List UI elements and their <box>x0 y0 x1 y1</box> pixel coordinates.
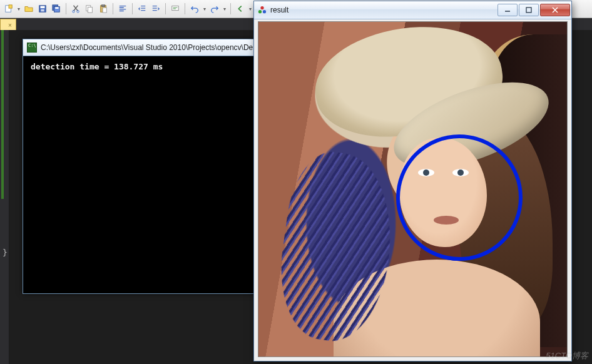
change-marker <box>1 30 4 199</box>
document-tab[interactable]: × <box>0 19 16 31</box>
dropdown-icon[interactable]: ▾ <box>248 6 253 12</box>
new-project-icon[interactable] <box>3 3 15 15</box>
redo-icon[interactable] <box>208 3 221 15</box>
lena-image <box>258 22 567 356</box>
result-titlebar[interactable]: result <box>254 1 571 19</box>
undo-icon[interactable] <box>188 3 201 15</box>
comment-icon[interactable] <box>169 3 181 15</box>
dropdown-icon[interactable]: ▾ <box>16 6 21 12</box>
cut-icon[interactable] <box>69 3 82 15</box>
outdent-icon[interactable] <box>136 3 148 15</box>
svg-rect-3 <box>41 6 45 9</box>
dropdown-icon[interactable]: ▾ <box>202 6 207 12</box>
svg-rect-13 <box>101 5 105 7</box>
console-output: detection time = 138.727 ms <box>26 58 267 291</box>
result-window[interactable]: result <box>253 1 572 361</box>
copy-icon[interactable] <box>83 3 96 15</box>
indent-icon[interactable] <box>150 3 162 15</box>
dropdown-icon[interactable]: ▾ <box>222 6 227 12</box>
result-image-area <box>258 21 568 357</box>
svg-rect-1 <box>9 5 12 8</box>
face-detection-circle <box>396 134 523 261</box>
svg-rect-14 <box>103 8 106 13</box>
svg-rect-22 <box>526 8 531 13</box>
console-window[interactable]: C:\Users\zxl\Documents\Visual Studio 201… <box>23 39 270 294</box>
align-left-icon[interactable] <box>116 3 129 15</box>
separator <box>185 3 185 14</box>
minimize-button[interactable] <box>498 4 518 16</box>
window-buttons <box>496 4 570 16</box>
editor-workspace: } C:\Users\zxl\Documents\Visual Studio 2… <box>0 30 592 364</box>
cmd-icon <box>27 43 37 53</box>
close-button[interactable] <box>540 4 570 16</box>
open-icon[interactable] <box>23 3 35 15</box>
separator <box>66 3 66 14</box>
separator <box>230 3 231 14</box>
opencv-icon <box>258 6 267 14</box>
close-icon[interactable]: × <box>8 22 12 29</box>
separator <box>165 3 166 14</box>
code-brace: } <box>3 248 8 257</box>
svg-point-21 <box>263 10 266 13</box>
svg-point-20 <box>258 10 262 13</box>
svg-point-19 <box>260 6 263 9</box>
editor-gutter: } <box>0 30 9 364</box>
save-all-icon[interactable] <box>50 3 63 15</box>
save-icon[interactable] <box>36 3 49 15</box>
console-title: C:\Users\zxl\Documents\Visual Studio 201… <box>41 43 266 52</box>
separator <box>132 3 133 14</box>
svg-rect-15 <box>172 6 179 11</box>
console-titlebar[interactable]: C:\Users\zxl\Documents\Visual Studio 201… <box>23 39 270 56</box>
svg-rect-11 <box>88 7 92 13</box>
separator <box>113 3 113 14</box>
maximize-button[interactable] <box>519 4 539 16</box>
svg-rect-4 <box>41 9 44 12</box>
paste-icon[interactable] <box>97 3 110 15</box>
navigate-back-icon[interactable] <box>234 3 247 15</box>
svg-rect-7 <box>55 7 58 9</box>
result-title: result <box>270 6 496 14</box>
